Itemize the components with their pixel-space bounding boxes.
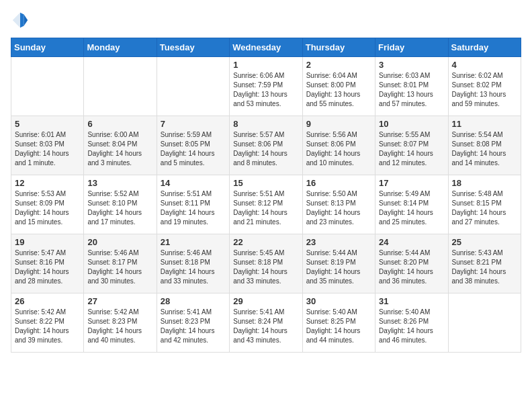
calendar-cell: 7Sunrise: 5:59 AMSunset: 8:05 PMDaylight… bbox=[157, 116, 229, 175]
calendar-cell: 20Sunrise: 5:46 AMSunset: 8:17 PMDayligh… bbox=[84, 234, 157, 293]
day-header-wednesday: Wednesday bbox=[230, 38, 302, 57]
day-number: 17 bbox=[379, 178, 444, 188]
calendar-cell: 16Sunrise: 5:50 AMSunset: 8:13 PMDayligh… bbox=[302, 175, 375, 234]
calendar-cell: 17Sunrise: 5:49 AMSunset: 8:14 PMDayligh… bbox=[375, 175, 448, 234]
calendar-cell: 12Sunrise: 5:53 AMSunset: 8:09 PMDayligh… bbox=[11, 175, 84, 234]
day-number: 24 bbox=[379, 237, 444, 247]
day-number: 23 bbox=[306, 237, 371, 247]
day-info: Sunrise: 5:57 AMSunset: 8:06 PMDaylight:… bbox=[233, 130, 298, 168]
logo-icon bbox=[11, 11, 30, 30]
day-number: 29 bbox=[233, 296, 298, 306]
day-number: 31 bbox=[379, 296, 444, 306]
day-info: Sunrise: 6:02 AMSunset: 8:02 PMDaylight:… bbox=[452, 71, 517, 109]
day-info: Sunrise: 5:41 AMSunset: 8:23 PMDaylight:… bbox=[161, 308, 226, 345]
day-info: Sunrise: 5:44 AMSunset: 8:19 PMDaylight:… bbox=[306, 248, 371, 286]
svg-marker-2 bbox=[20, 13, 24, 28]
day-info: Sunrise: 6:00 AMSunset: 8:04 PMDaylight:… bbox=[87, 130, 152, 168]
calendar-cell: 24Sunrise: 5:44 AMSunset: 8:20 PMDayligh… bbox=[375, 234, 448, 293]
day-number: 4 bbox=[452, 60, 517, 70]
day-number: 11 bbox=[452, 119, 517, 129]
calendar-cell: 26Sunrise: 5:42 AMSunset: 8:22 PMDayligh… bbox=[11, 293, 84, 353]
day-header-tuesday: Tuesday bbox=[157, 38, 229, 57]
day-number: 16 bbox=[306, 178, 371, 188]
day-number: 1 bbox=[233, 60, 298, 70]
day-info: Sunrise: 5:41 AMSunset: 8:24 PMDaylight:… bbox=[233, 308, 298, 345]
calendar-cell: 13Sunrise: 5:52 AMSunset: 8:10 PMDayligh… bbox=[84, 175, 157, 234]
day-info: Sunrise: 5:56 AMSunset: 8:06 PMDaylight:… bbox=[306, 130, 371, 168]
day-info: Sunrise: 6:01 AMSunset: 8:03 PMDaylight:… bbox=[15, 130, 80, 168]
day-header-saturday: Saturday bbox=[448, 38, 521, 57]
calendar-cell: 21Sunrise: 5:46 AMSunset: 8:18 PMDayligh… bbox=[157, 234, 229, 293]
day-number: 28 bbox=[161, 296, 226, 306]
calendar-week-5: 26Sunrise: 5:42 AMSunset: 8:22 PMDayligh… bbox=[11, 293, 521, 353]
day-number: 13 bbox=[87, 178, 152, 188]
calendar-cell bbox=[11, 57, 84, 116]
day-info: Sunrise: 5:50 AMSunset: 8:13 PMDaylight:… bbox=[306, 189, 371, 227]
calendar-cell: 18Sunrise: 5:48 AMSunset: 8:15 PMDayligh… bbox=[448, 175, 521, 234]
logo bbox=[11, 11, 32, 30]
day-info: Sunrise: 5:48 AMSunset: 8:15 PMDaylight:… bbox=[452, 189, 517, 227]
calendar-cell: 10Sunrise: 5:55 AMSunset: 8:07 PMDayligh… bbox=[375, 116, 448, 175]
day-header-sunday: Sunday bbox=[11, 38, 84, 57]
day-number: 30 bbox=[306, 296, 371, 306]
day-info: Sunrise: 5:42 AMSunset: 8:22 PMDaylight:… bbox=[15, 308, 80, 345]
calendar-table: SundayMondayTuesdayWednesdayThursdayFrid… bbox=[11, 38, 521, 353]
calendar-cell: 28Sunrise: 5:41 AMSunset: 8:23 PMDayligh… bbox=[157, 293, 229, 353]
day-info: Sunrise: 5:49 AMSunset: 8:14 PMDaylight:… bbox=[379, 189, 444, 227]
day-number: 9 bbox=[306, 119, 371, 129]
day-info: Sunrise: 6:04 AMSunset: 8:00 PMDaylight:… bbox=[306, 71, 371, 109]
calendar-cell: 29Sunrise: 5:41 AMSunset: 8:24 PMDayligh… bbox=[230, 293, 302, 353]
day-number: 26 bbox=[15, 296, 80, 306]
day-number: 2 bbox=[306, 60, 371, 70]
day-info: Sunrise: 5:40 AMSunset: 8:25 PMDaylight:… bbox=[306, 308, 371, 345]
day-number: 21 bbox=[161, 237, 226, 247]
calendar-cell: 31Sunrise: 5:40 AMSunset: 8:26 PMDayligh… bbox=[375, 293, 448, 353]
day-number: 18 bbox=[452, 178, 517, 188]
day-info: Sunrise: 5:42 AMSunset: 8:23 PMDaylight:… bbox=[87, 308, 152, 345]
calendar-cell: 3Sunrise: 6:03 AMSunset: 8:01 PMDaylight… bbox=[375, 57, 448, 116]
day-info: Sunrise: 5:47 AMSunset: 8:16 PMDaylight:… bbox=[15, 248, 80, 286]
day-info: Sunrise: 5:43 AMSunset: 8:21 PMDaylight:… bbox=[452, 248, 517, 286]
calendar-cell bbox=[448, 293, 521, 353]
calendar-cell: 9Sunrise: 5:56 AMSunset: 8:06 PMDaylight… bbox=[302, 116, 375, 175]
calendar-cell: 22Sunrise: 5:45 AMSunset: 8:18 PMDayligh… bbox=[230, 234, 302, 293]
calendar-cell: 23Sunrise: 5:44 AMSunset: 8:19 PMDayligh… bbox=[302, 234, 375, 293]
day-number: 19 bbox=[15, 237, 80, 247]
day-number: 20 bbox=[87, 237, 152, 247]
day-info: Sunrise: 5:53 AMSunset: 8:09 PMDaylight:… bbox=[15, 189, 80, 227]
day-info: Sunrise: 5:55 AMSunset: 8:07 PMDaylight:… bbox=[379, 130, 444, 168]
calendar-cell: 8Sunrise: 5:57 AMSunset: 8:06 PMDaylight… bbox=[230, 116, 302, 175]
calendar-cell: 30Sunrise: 5:40 AMSunset: 8:25 PMDayligh… bbox=[302, 293, 375, 353]
calendar-cell: 1Sunrise: 6:06 AMSunset: 7:59 PMDaylight… bbox=[230, 57, 302, 116]
calendar-cell: 5Sunrise: 6:01 AMSunset: 8:03 PMDaylight… bbox=[11, 116, 84, 175]
day-number: 10 bbox=[379, 119, 444, 129]
day-number: 22 bbox=[233, 237, 298, 247]
calendar-cell bbox=[84, 57, 157, 116]
day-info: Sunrise: 5:54 AMSunset: 8:08 PMDaylight:… bbox=[452, 130, 517, 168]
svg-marker-1 bbox=[24, 15, 28, 26]
calendar-week-1: 1Sunrise: 6:06 AMSunset: 7:59 PMDaylight… bbox=[11, 57, 521, 116]
day-number: 3 bbox=[379, 60, 444, 70]
calendar-cell: 19Sunrise: 5:47 AMSunset: 8:16 PMDayligh… bbox=[11, 234, 84, 293]
calendar-week-4: 19Sunrise: 5:47 AMSunset: 8:16 PMDayligh… bbox=[11, 234, 521, 293]
calendar-cell: 14Sunrise: 5:51 AMSunset: 8:11 PMDayligh… bbox=[157, 175, 229, 234]
day-header-monday: Monday bbox=[84, 38, 157, 57]
day-number: 15 bbox=[233, 178, 298, 188]
day-info: Sunrise: 5:51 AMSunset: 8:12 PMDaylight:… bbox=[233, 189, 298, 227]
day-header-friday: Friday bbox=[375, 38, 448, 57]
day-number: 7 bbox=[161, 119, 226, 129]
day-info: Sunrise: 5:46 AMSunset: 8:17 PMDaylight:… bbox=[87, 248, 152, 286]
calendar-cell: 2Sunrise: 6:04 AMSunset: 8:00 PMDaylight… bbox=[302, 57, 375, 116]
day-info: Sunrise: 6:03 AMSunset: 8:01 PMDaylight:… bbox=[379, 71, 444, 109]
day-number: 5 bbox=[15, 119, 80, 129]
day-number: 8 bbox=[233, 119, 298, 129]
day-header-thursday: Thursday bbox=[302, 38, 375, 57]
calendar-cell: 27Sunrise: 5:42 AMSunset: 8:23 PMDayligh… bbox=[84, 293, 157, 353]
calendar-header-row: SundayMondayTuesdayWednesdayThursdayFrid… bbox=[11, 38, 521, 57]
day-info: Sunrise: 5:46 AMSunset: 8:18 PMDaylight:… bbox=[161, 248, 226, 286]
calendar-week-2: 5Sunrise: 6:01 AMSunset: 8:03 PMDaylight… bbox=[11, 116, 521, 175]
calendar-cell: 11Sunrise: 5:54 AMSunset: 8:08 PMDayligh… bbox=[448, 116, 521, 175]
day-number: 25 bbox=[452, 237, 517, 247]
page-header bbox=[11, 11, 521, 30]
day-info: Sunrise: 5:40 AMSunset: 8:26 PMDaylight:… bbox=[379, 308, 444, 345]
